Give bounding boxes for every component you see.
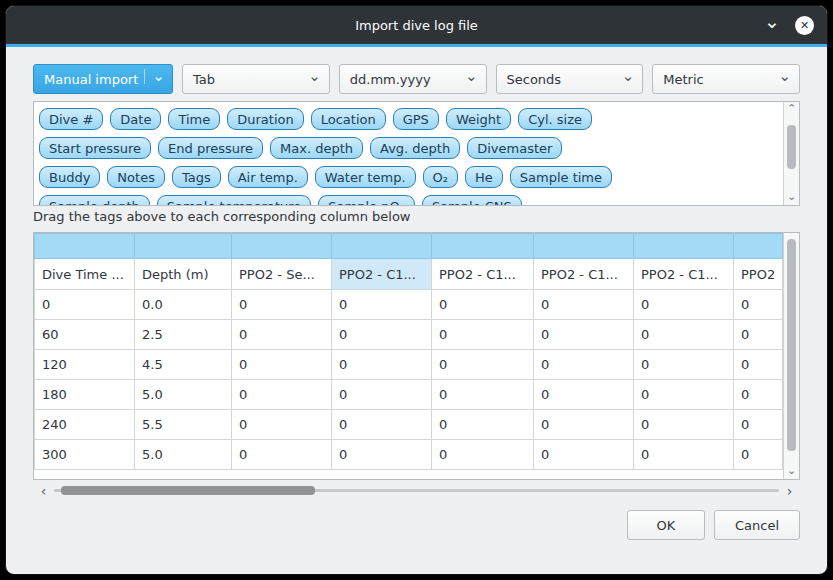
drop-target-cell[interactable] — [734, 234, 783, 259]
tag-pill[interactable]: Buddy — [39, 166, 100, 188]
drop-target-cell[interactable] — [332, 234, 432, 259]
column-header[interactable]: Dive Time ... — [35, 259, 135, 290]
tag-row: Start pressure End pressure Max. depth A… — [39, 137, 779, 159]
drop-target-cell[interactable] — [35, 234, 135, 259]
separator-dropdown[interactable]: Tab ⌄ — [182, 64, 330, 94]
table-cell: 0 — [232, 290, 332, 320]
drop-target-cell[interactable] — [135, 234, 232, 259]
drop-target-cell[interactable] — [232, 234, 332, 259]
table-cell: 0.0 — [135, 290, 232, 320]
tag-pill[interactable]: Sample time — [510, 166, 612, 188]
column-header[interactable]: PPO2 - C1... — [634, 259, 734, 290]
chevron-down-icon: ⌄ — [308, 69, 321, 84]
tag-pill[interactable]: Air temp. — [228, 166, 308, 188]
date-format-dropdown[interactable]: dd.mm.yyyy ⌄ — [339, 64, 487, 94]
import-mode-dropdown[interactable]: Manual import ⌄ — [33, 64, 173, 94]
table-cell: 0 — [35, 290, 135, 320]
duration-format-dropdown[interactable]: Seconds ⌄ — [496, 64, 644, 94]
tag-pill[interactable]: He — [465, 166, 503, 188]
table-cell: 0 — [634, 410, 734, 440]
tag-pill[interactable]: GPS — [393, 108, 439, 130]
tag-pill[interactable]: Tags — [172, 166, 221, 188]
tag-list: Dive # Date Time Duration Location GPS W… — [34, 102, 783, 205]
column-header[interactable]: PPO2 — [734, 259, 783, 290]
tag-pill[interactable]: Avg. depth — [370, 137, 460, 159]
table-cell: 0 — [432, 350, 534, 380]
window-title: Import dive log file — [355, 18, 478, 33]
chevron-down-icon: ⌄ — [622, 69, 635, 84]
tag-pill[interactable]: Time — [168, 108, 220, 130]
titlebar[interactable]: Import dive log file ⌄ ✕ — [6, 6, 827, 44]
scrollbar-track[interactable] — [784, 116, 799, 191]
table-cell: 0 — [332, 320, 432, 350]
column-header[interactable]: PPO2 - Se... — [232, 259, 332, 290]
tag-pill[interactable]: End pressure — [158, 137, 263, 159]
tag-pill[interactable]: Location — [311, 108, 386, 130]
tag-pill[interactable]: Start pressure — [39, 137, 151, 159]
import-dialog-window: Import dive log file ⌄ ✕ Manual import ⌄… — [5, 5, 828, 575]
column-header[interactable]: PPO2 - C1... — [432, 259, 534, 290]
scroll-left-icon[interactable]: ‹ — [36, 484, 51, 498]
drop-target-cell[interactable] — [534, 234, 634, 259]
tag-pill[interactable]: Sample depth — [39, 195, 150, 205]
table-cell: 5.0 — [135, 440, 232, 470]
tag-pill[interactable]: O₂ — [423, 166, 458, 188]
tag-pill[interactable]: Sample pO₂ — [318, 195, 415, 205]
tag-list-scrollbar[interactable]: ⌃ ⌄ — [783, 102, 799, 205]
tag-pill[interactable]: Sample CNS — [422, 195, 522, 205]
tag-pill[interactable]: Sample temperature — [157, 195, 312, 205]
table-cell: 0 — [534, 320, 634, 350]
tag-pill[interactable]: Water temp. — [315, 166, 416, 188]
table-cell: 0 — [332, 380, 432, 410]
scrollbar-track[interactable] — [784, 234, 799, 465]
table-cell: 0 — [432, 320, 534, 350]
scrollbar-track[interactable] — [54, 482, 779, 499]
tag-list-panel: Dive # Date Time Duration Location GPS W… — [33, 101, 800, 206]
close-icon[interactable]: ✕ — [795, 16, 814, 35]
table-row: 240 5.5 0 0 0 0 0 0 — [35, 410, 783, 440]
tag-pill[interactable]: Notes — [107, 166, 165, 188]
tag-pill[interactable]: Max. depth — [270, 137, 363, 159]
table-cell: 0 — [232, 410, 332, 440]
scroll-right-icon[interactable]: › — [782, 484, 797, 498]
tag-pill[interactable]: Date — [110, 108, 161, 130]
table-cell: 0 — [332, 440, 432, 470]
tag-pill[interactable]: Duration — [227, 108, 303, 130]
tag-pill[interactable]: Weight — [446, 108, 511, 130]
cancel-button[interactable]: Cancel — [714, 510, 800, 540]
column-header[interactable]: Depth (m) — [135, 259, 232, 290]
scroll-down-icon[interactable]: ⌄ — [787, 191, 796, 204]
scrollbar-thumb[interactable] — [61, 486, 315, 495]
table-cell: 0 — [734, 290, 783, 320]
scroll-down-icon[interactable]: ⌄ — [787, 465, 796, 478]
scrollbar-thumb[interactable] — [787, 125, 796, 169]
table-cell: 0 — [232, 320, 332, 350]
tag-row-clipped: Sample depth Sample temperature Sample p… — [39, 195, 779, 205]
table-cell: 5.0 — [135, 380, 232, 410]
instruction-text: Drag the tags above to each correspondin… — [33, 209, 800, 227]
scroll-up-icon[interactable]: ⌃ — [787, 103, 796, 116]
drop-target-cell[interactable] — [432, 234, 534, 259]
table-cell: 180 — [35, 380, 135, 410]
tag-pill[interactable]: Cyl. size — [518, 108, 592, 130]
chevron-down-icon[interactable]: ⌄ — [764, 12, 780, 31]
ok-button[interactable]: OK — [627, 510, 705, 540]
table-cell: 0 — [232, 380, 332, 410]
drop-target-cell[interactable] — [634, 234, 734, 259]
units-dropdown[interactable]: Metric ⌄ — [652, 64, 800, 94]
table-cell: 0 — [634, 290, 734, 320]
table-cell: 0 — [232, 350, 332, 380]
table-scrollbar-vertical[interactable]: ⌄ — [783, 233, 799, 479]
column-header[interactable]: PPO2 - C1... — [534, 259, 634, 290]
tag-pill[interactable]: Dive # — [39, 108, 103, 130]
scrollbar-thumb[interactable] — [787, 239, 796, 452]
table-cell: 0 — [534, 290, 634, 320]
table-row: 180 5.0 0 0 0 0 0 0 — [35, 380, 783, 410]
table-scrollbar-horizontal[interactable]: ‹ › — [33, 482, 800, 499]
table-cell: 0 — [734, 440, 783, 470]
tag-pill[interactable]: Divemaster — [467, 137, 562, 159]
column-header-selected[interactable]: PPO2 - C1... — [332, 259, 432, 290]
table-cell: 0 — [534, 380, 634, 410]
options-toolbar: Manual import ⌄ Tab ⌄ dd.mm.yyyy ⌄ Secon… — [33, 64, 800, 94]
table-row: 60 2.5 0 0 0 0 0 0 — [35, 320, 783, 350]
